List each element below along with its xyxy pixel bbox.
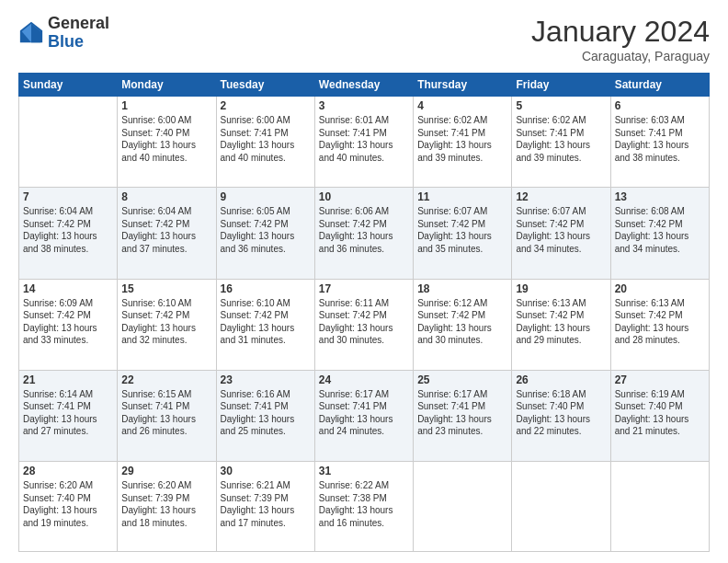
day-info: Sunrise: 6:01 AM Sunset: 7:41 PM Dayligh… [319, 114, 409, 164]
cell-w5-d7 [610, 462, 709, 552]
day-number: 10 [319, 190, 409, 203]
day-number: 1 [121, 99, 211, 112]
day-number: 31 [319, 465, 409, 477]
cell-w4-d3: 23Sunrise: 6:16 AM Sunset: 7:41 PM Dayli… [216, 370, 314, 461]
cell-w2-d2: 8Sunrise: 6:04 AM Sunset: 7:42 PM Daylig… [118, 188, 216, 279]
cell-w4-d4: 24Sunrise: 6:17 AM Sunset: 7:41 PM Dayli… [314, 370, 413, 461]
cell-w3-d5: 18Sunrise: 6:12 AM Sunset: 7:42 PM Dayli… [414, 279, 512, 370]
day-info: Sunrise: 6:02 AM Sunset: 7:41 PM Dayligh… [417, 114, 507, 164]
day-info: Sunrise: 6:15 AM Sunset: 7:41 PM Dayligh… [121, 388, 211, 438]
day-number: 9 [221, 190, 311, 203]
cell-w5-d3: 30Sunrise: 6:21 AM Sunset: 7:39 PM Dayli… [216, 462, 314, 552]
day-info: Sunrise: 6:05 AM Sunset: 7:42 PM Dayligh… [221, 205, 311, 255]
day-number: 13 [615, 190, 705, 203]
day-info: Sunrise: 6:21 AM Sunset: 7:39 PM Dayligh… [221, 479, 311, 529]
day-info: Sunrise: 6:18 AM Sunset: 7:40 PM Dayligh… [516, 388, 606, 438]
day-info: Sunrise: 6:03 AM Sunset: 7:41 PM Dayligh… [615, 114, 705, 164]
cell-w2-d4: 10Sunrise: 6:06 AM Sunset: 7:42 PM Dayli… [314, 188, 413, 279]
week-row-3: 14Sunrise: 6:09 AM Sunset: 7:42 PM Dayli… [19, 279, 710, 370]
cell-w4-d2: 22Sunrise: 6:15 AM Sunset: 7:41 PM Dayli… [118, 370, 216, 461]
day-number: 18 [417, 282, 507, 295]
cell-w5-d4: 31Sunrise: 6:22 AM Sunset: 7:38 PM Dayli… [314, 462, 413, 552]
cell-w3-d6: 19Sunrise: 6:13 AM Sunset: 7:42 PM Dayli… [512, 279, 610, 370]
page: General Blue January 2024 Caraguatay, Pa… [0, 0, 728, 563]
day-info: Sunrise: 6:07 AM Sunset: 7:42 PM Dayligh… [417, 205, 507, 255]
cell-w3-d7: 20Sunrise: 6:13 AM Sunset: 7:42 PM Dayli… [610, 279, 709, 370]
day-number: 14 [23, 282, 113, 295]
cell-w4-d6: 26Sunrise: 6:18 AM Sunset: 7:40 PM Dayli… [512, 370, 610, 461]
day-info: Sunrise: 6:20 AM Sunset: 7:39 PM Dayligh… [121, 479, 211, 529]
header-row: Sunday Monday Tuesday Wednesday Thursday… [19, 74, 710, 97]
day-number: 20 [615, 282, 705, 295]
day-number: 3 [319, 99, 409, 112]
day-info: Sunrise: 6:09 AM Sunset: 7:42 PM Dayligh… [23, 297, 113, 347]
week-row-2: 7Sunrise: 6:04 AM Sunset: 7:42 PM Daylig… [19, 188, 710, 279]
day-info: Sunrise: 6:04 AM Sunset: 7:42 PM Dayligh… [23, 205, 113, 255]
logo-blue-text: Blue [48, 33, 109, 52]
day-info: Sunrise: 6:14 AM Sunset: 7:41 PM Dayligh… [23, 388, 113, 438]
day-info: Sunrise: 6:00 AM Sunset: 7:41 PM Dayligh… [221, 114, 311, 164]
day-info: Sunrise: 6:07 AM Sunset: 7:42 PM Dayligh… [516, 205, 606, 255]
day-info: Sunrise: 6:06 AM Sunset: 7:42 PM Dayligh… [319, 205, 409, 255]
col-thursday: Thursday [414, 74, 512, 97]
day-info: Sunrise: 6:20 AM Sunset: 7:40 PM Dayligh… [23, 479, 113, 529]
day-info: Sunrise: 6:08 AM Sunset: 7:42 PM Dayligh… [615, 205, 705, 255]
day-number: 15 [121, 282, 211, 295]
cell-w3-d2: 15Sunrise: 6:10 AM Sunset: 7:42 PM Dayli… [118, 279, 216, 370]
day-info: Sunrise: 6:10 AM Sunset: 7:42 PM Dayligh… [221, 297, 311, 347]
day-number: 11 [417, 190, 507, 203]
cell-w4-d1: 21Sunrise: 6:14 AM Sunset: 7:41 PM Dayli… [19, 370, 118, 461]
day-number: 2 [221, 99, 311, 112]
day-info: Sunrise: 6:22 AM Sunset: 7:38 PM Dayligh… [319, 479, 409, 529]
day-info: Sunrise: 6:00 AM Sunset: 7:40 PM Dayligh… [121, 114, 211, 164]
day-number: 22 [121, 373, 211, 386]
cell-w1-d4: 3Sunrise: 6:01 AM Sunset: 7:41 PM Daylig… [314, 97, 413, 188]
header: General Blue January 2024 Caraguatay, Pa… [18, 15, 710, 63]
week-row-4: 21Sunrise: 6:14 AM Sunset: 7:41 PM Dayli… [19, 370, 710, 461]
col-tuesday: Tuesday [216, 74, 314, 97]
cell-w3-d3: 16Sunrise: 6:10 AM Sunset: 7:42 PM Dayli… [216, 279, 314, 370]
day-info: Sunrise: 6:12 AM Sunset: 7:42 PM Dayligh… [417, 297, 507, 347]
day-number: 21 [23, 373, 113, 386]
day-info: Sunrise: 6:10 AM Sunset: 7:42 PM Dayligh… [121, 297, 211, 347]
cell-w5-d1: 28Sunrise: 6:20 AM Sunset: 7:40 PM Dayli… [19, 462, 118, 552]
day-number: 24 [319, 373, 409, 386]
week-row-1: 1Sunrise: 6:00 AM Sunset: 7:40 PM Daylig… [19, 97, 710, 188]
day-number: 4 [417, 99, 507, 112]
cell-w3-d4: 17Sunrise: 6:11 AM Sunset: 7:42 PM Dayli… [314, 279, 413, 370]
day-info: Sunrise: 6:19 AM Sunset: 7:40 PM Dayligh… [615, 388, 705, 438]
day-info: Sunrise: 6:13 AM Sunset: 7:42 PM Dayligh… [516, 297, 606, 347]
day-number: 28 [23, 465, 113, 477]
day-number: 16 [221, 282, 311, 295]
day-number: 26 [516, 373, 606, 386]
day-number: 8 [121, 190, 211, 203]
cell-w1-d5: 4Sunrise: 6:02 AM Sunset: 7:41 PM Daylig… [414, 97, 512, 188]
cell-w4-d5: 25Sunrise: 6:17 AM Sunset: 7:41 PM Dayli… [414, 370, 512, 461]
calendar-table: Sunday Monday Tuesday Wednesday Thursday… [18, 73, 710, 552]
logo-general-text: General [48, 15, 109, 33]
day-number: 23 [221, 373, 311, 386]
day-number: 30 [221, 465, 311, 477]
col-sunday: Sunday [19, 74, 118, 97]
month-title: January 2024 [531, 15, 710, 49]
day-info: Sunrise: 6:04 AM Sunset: 7:42 PM Dayligh… [121, 205, 211, 255]
cell-w2-d3: 9Sunrise: 6:05 AM Sunset: 7:42 PM Daylig… [216, 188, 314, 279]
day-info: Sunrise: 6:17 AM Sunset: 7:41 PM Dayligh… [417, 388, 507, 438]
cell-w1-d6: 5Sunrise: 6:02 AM Sunset: 7:41 PM Daylig… [512, 97, 610, 188]
day-info: Sunrise: 6:02 AM Sunset: 7:41 PM Dayligh… [516, 114, 606, 164]
cell-w2-d6: 12Sunrise: 6:07 AM Sunset: 7:42 PM Dayli… [512, 188, 610, 279]
col-friday: Friday [512, 74, 610, 97]
cell-w5-d6 [512, 462, 610, 552]
logo-text: General Blue [48, 15, 109, 52]
day-number: 12 [516, 190, 606, 203]
day-number: 29 [121, 465, 211, 477]
day-number: 6 [615, 99, 705, 112]
logo-icon [18, 20, 44, 46]
cell-w2-d5: 11Sunrise: 6:07 AM Sunset: 7:42 PM Dayli… [414, 188, 512, 279]
day-number: 7 [23, 190, 113, 203]
day-number: 27 [615, 373, 705, 386]
calendar-body: 1Sunrise: 6:00 AM Sunset: 7:40 PM Daylig… [19, 97, 710, 552]
col-saturday: Saturday [610, 74, 709, 97]
day-number: 5 [516, 99, 606, 112]
day-number: 17 [319, 282, 409, 295]
